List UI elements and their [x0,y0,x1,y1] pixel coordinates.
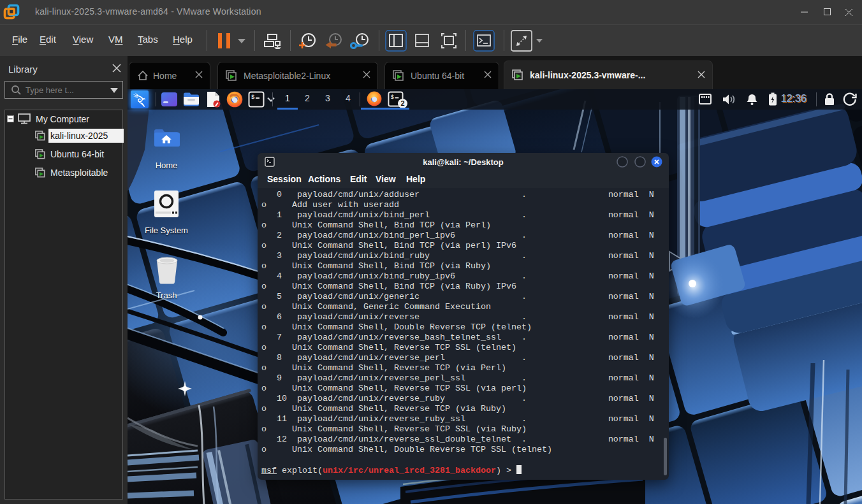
svg-text:$: $ [251,94,255,101]
svg-text:$: $ [391,94,394,101]
